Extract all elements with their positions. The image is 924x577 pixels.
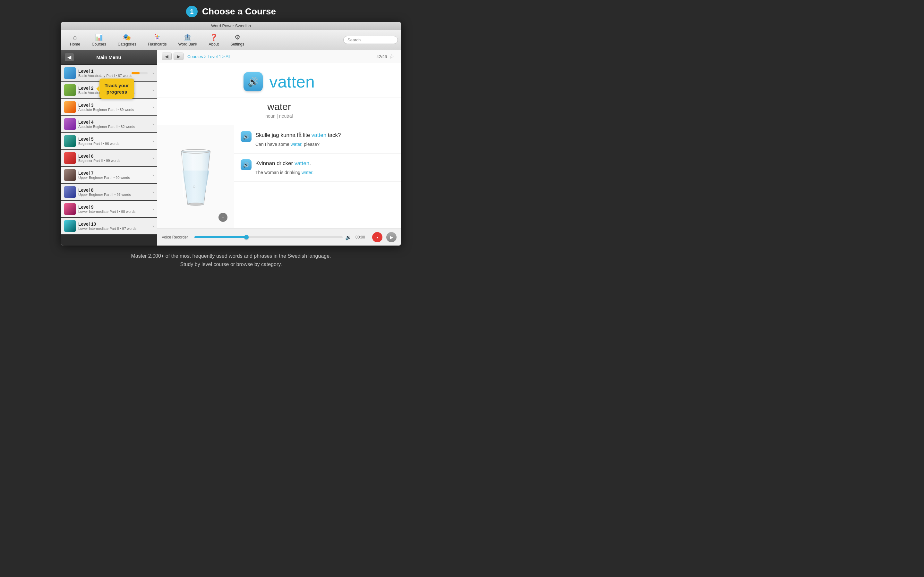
level-thumbnail bbox=[64, 152, 76, 164]
footer-description: Master 2,000+ of the most frequently use… bbox=[0, 245, 462, 275]
level-thumbnail bbox=[64, 220, 76, 232]
item-level-name: Level 7 bbox=[78, 171, 152, 176]
sentence1-swedish: Skulle jag kunna få lite vatten tack? bbox=[255, 131, 341, 139]
navbar: ⌂ Home 📊 Courses 🎭 Categories 🃏 Flashcar… bbox=[61, 30, 401, 50]
item-info: Level 10 Lower Intermediate Part II • 97… bbox=[78, 221, 152, 230]
item-info: Level 5 Beginner Part I • 96 words bbox=[78, 137, 152, 145]
prev-button[interactable]: ◀ bbox=[162, 53, 172, 60]
audio-word-button[interactable]: 🔊 bbox=[244, 72, 263, 91]
sidebar-back-button[interactable]: ◀ bbox=[65, 53, 74, 61]
nav-arrows: ◀ ▶ bbox=[162, 53, 184, 60]
time-display: 00:00 bbox=[355, 235, 368, 239]
water-glass-image bbox=[170, 145, 221, 209]
play-button[interactable]: ▶ bbox=[386, 232, 397, 242]
favorite-button[interactable]: ☆ bbox=[387, 53, 397, 60]
nav-home[interactable]: ⌂ Home bbox=[64, 32, 86, 48]
examples-area: + 🔊 Skulle jag kunna få lite vatten tack… bbox=[157, 125, 401, 229]
nav-about[interactable]: ❓ About bbox=[203, 32, 225, 48]
content-pane: ◀ ▶ Courses > Level 1 > All 42/46 ☆ 🔊 va… bbox=[157, 50, 401, 245]
nav-courses-label: Courses bbox=[92, 42, 106, 47]
wordbank-icon: 🏦 bbox=[184, 33, 192, 41]
item-info: Level 9 Lower Intermediate Part I • 98 w… bbox=[78, 205, 152, 213]
item-level-sub: Lower Intermediate Part II • 97 words bbox=[78, 227, 152, 230]
speaker-icon: 🔊 bbox=[243, 134, 249, 140]
nav-wordbank[interactable]: 🏦 Word Bank bbox=[172, 32, 203, 48]
swedish-word: vatten bbox=[269, 72, 315, 91]
item-level-name: Level 3 bbox=[78, 103, 152, 108]
nav-flashcards-label: Flashcards bbox=[148, 42, 167, 47]
level-thumbnail bbox=[64, 67, 76, 79]
nav-settings[interactable]: ⚙ Settings bbox=[225, 32, 250, 48]
speaker-icon: 🔊 bbox=[248, 77, 259, 87]
zoom-button[interactable]: + bbox=[218, 213, 228, 222]
nav-categories-label: Categories bbox=[118, 42, 136, 47]
list-item[interactable]: Level 9 Lower Intermediate Part I • 98 w… bbox=[61, 201, 157, 218]
footer-line1: Master 2,000+ of the most frequently use… bbox=[131, 253, 331, 259]
progress-bar-container bbox=[132, 72, 148, 74]
list-item[interactable]: Level 8 Upper Beginner Part II • 97 word… bbox=[61, 184, 157, 201]
sentence2-content: Kvinnan dricker vatten. The woman is dri… bbox=[255, 159, 313, 176]
item-level-name: Level 4 bbox=[78, 119, 152, 125]
nav-categories[interactable]: 🎭 Categories bbox=[112, 32, 142, 48]
main-window: Word Power Swedish ⌂ Home 📊 Courses 🎭 Ca… bbox=[61, 22, 401, 245]
item-level-name: Level 10 bbox=[78, 221, 152, 227]
list-item[interactable]: Level 7 Upper Beginner Part I • 90 words… bbox=[61, 167, 157, 184]
voice-recorder: Voice Recorder 🔉 00:00 ● ▶ bbox=[157, 229, 401, 245]
highlight-vatten2: vatten bbox=[294, 160, 309, 166]
item-level-name: Level 9 bbox=[78, 205, 152, 210]
item-info: Level 7 Upper Beginner Part I • 90 words bbox=[78, 171, 152, 179]
level-thumbnail bbox=[64, 186, 76, 198]
level-thumbnail bbox=[64, 118, 76, 130]
level-thumbnail bbox=[64, 101, 76, 113]
search-input[interactable] bbox=[343, 36, 398, 44]
word-display-area: 🔊 vatten bbox=[157, 63, 401, 97]
item-level-sub: Upper Beginner Part I • 90 words bbox=[78, 176, 152, 179]
item-info: Level 4 Absolute Beginner Part II • 82 w… bbox=[78, 119, 152, 129]
list-item[interactable]: Level 4 Absolute Beginner Part II • 82 w… bbox=[61, 116, 157, 133]
top-header: 1 Choose a Course bbox=[0, 0, 462, 22]
item-level-name: Level 5 bbox=[78, 137, 152, 142]
audio-sentence2-button[interactable]: 🔊 bbox=[241, 159, 252, 170]
item-info: Level 8 Upper Beginner Part II • 97 word… bbox=[78, 187, 152, 197]
nav-about-label: About bbox=[209, 42, 219, 47]
chevron-right-icon: › bbox=[152, 189, 154, 195]
svg-point-1 bbox=[188, 203, 204, 205]
item-level-name: Level 8 bbox=[78, 187, 152, 193]
level-thumbnail bbox=[64, 203, 76, 215]
sentence1-english: Can I have some water, please? bbox=[255, 141, 341, 148]
progress-track[interactable] bbox=[194, 236, 342, 238]
audio-sentence1-button[interactable]: 🔊 bbox=[241, 131, 252, 142]
item-level-name: Level 6 bbox=[78, 153, 152, 159]
step-number: 1 bbox=[186, 6, 198, 17]
sentence-row: 🔊 Skulle jag kunna få lite vatten tack? … bbox=[241, 131, 395, 147]
record-button[interactable]: ● bbox=[372, 232, 383, 242]
list-item[interactable]: Level 3 Absolute Beginner Part I • 89 wo… bbox=[61, 99, 157, 116]
highlight-water2: water bbox=[302, 170, 312, 175]
list-item[interactable]: Level 10 Lower Intermediate Part II • 97… bbox=[61, 218, 157, 235]
flashcards-icon: 🃏 bbox=[153, 33, 162, 41]
nav-flashcards[interactable]: 🃏 Flashcards bbox=[142, 32, 173, 48]
chevron-right-icon: › bbox=[152, 206, 154, 211]
nav-courses[interactable]: 📊 Courses bbox=[86, 32, 112, 48]
image-pane: + bbox=[157, 125, 234, 228]
item-level-sub: Lower Intermediate Part I • 98 words bbox=[78, 210, 152, 213]
chevron-right-icon: › bbox=[152, 172, 154, 177]
recorder-label: Voice Recorder bbox=[162, 235, 191, 239]
sentence-block: 🔊 Skulle jag kunna få lite vatten tack? … bbox=[234, 125, 401, 153]
progress-thumb bbox=[244, 235, 249, 239]
chevron-right-icon: › bbox=[152, 87, 154, 93]
chevron-right-icon: › bbox=[152, 223, 154, 229]
sidebar-title: Main Menu bbox=[76, 55, 141, 60]
progress-fill bbox=[194, 236, 246, 238]
list-item[interactable]: Level 5 Beginner Part I • 96 words › bbox=[61, 133, 157, 150]
english-word: water bbox=[157, 101, 401, 112]
page-count: 42/46 bbox=[376, 54, 387, 59]
level-thumbnail bbox=[64, 169, 76, 181]
speaker-icon: 🔊 bbox=[243, 162, 249, 168]
nav-settings-label: Settings bbox=[230, 42, 244, 47]
chevron-right-icon: › bbox=[152, 139, 154, 143]
next-button[interactable]: ▶ bbox=[174, 53, 184, 60]
list-item[interactable]: Level 6 Beginner Part II • 99 words › bbox=[61, 150, 157, 167]
sidebar-header: ◀ Main Menu bbox=[61, 50, 157, 65]
highlight-vatten1: vatten bbox=[312, 132, 326, 138]
